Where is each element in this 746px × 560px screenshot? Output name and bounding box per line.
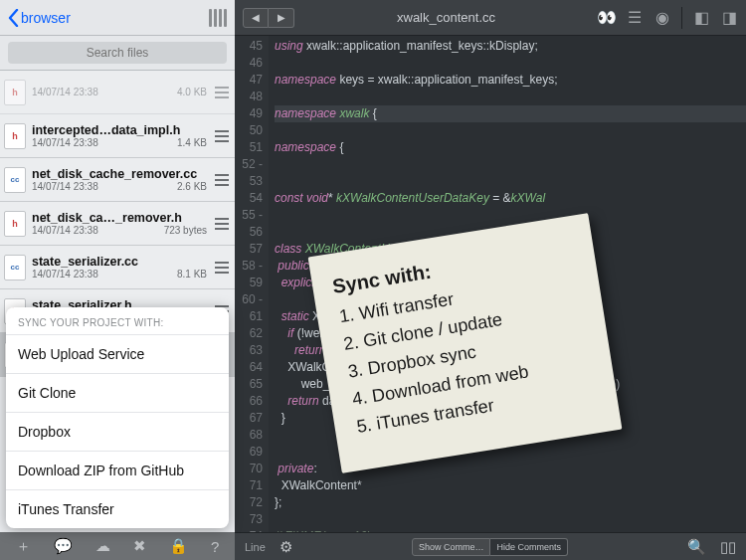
back-button[interactable]: browser xyxy=(8,9,71,27)
code-line[interactable] xyxy=(275,55,746,72)
file-name: net_disk_cache_remover.cc xyxy=(32,167,207,181)
sync-header: SYNC YOUR PROJECT WITH: xyxy=(6,307,229,334)
file-size: 723 bytes xyxy=(164,225,207,236)
add-icon[interactable]: ＋ xyxy=(16,537,31,556)
sync-option[interactable]: Web Upload Service xyxy=(6,334,229,373)
line-number: 45 xyxy=(235,38,263,55)
line-number: 70 xyxy=(235,461,263,477)
menu-icon[interactable] xyxy=(213,218,229,230)
chat-icon[interactable]: 💬 xyxy=(54,537,73,555)
file-date: 14/07/14 23:38 xyxy=(32,137,98,148)
panel-right-icon[interactable]: ◨ xyxy=(720,9,738,27)
line-number: 67 xyxy=(235,410,263,427)
code-line[interactable]: namespace { xyxy=(275,139,746,156)
line-number: 61 xyxy=(235,308,263,325)
note-list: Wifi transferGit clone / updateDropbox s… xyxy=(335,267,598,442)
browser-nav-bar: browser xyxy=(0,0,235,36)
search-icon[interactable]: 🔍 xyxy=(687,538,706,556)
file-type-icon: cc xyxy=(4,167,26,193)
file-row[interactable]: h intercepted…data_impl.h 14/07/14 23:38… xyxy=(0,114,235,158)
line-number: 68 xyxy=(235,427,263,444)
file-size: 2.6 KB xyxy=(177,181,207,192)
list-icon[interactable]: ☰ xyxy=(626,9,644,27)
file-row[interactable]: cc net_disk_cache_remover.cc 14/07/14 23… xyxy=(0,158,235,202)
code-line[interactable] xyxy=(275,207,746,224)
hide-comments-button[interactable]: Hide Comments xyxy=(490,538,568,556)
line-number: 65 xyxy=(235,376,263,393)
search-input[interactable] xyxy=(8,42,227,64)
history-nav: ◀ ▶ xyxy=(243,8,294,28)
editor-bottom-bar: Line ⚙ Show Comme… Hide Comments 🔍 ▯▯ xyxy=(235,532,746,560)
menu-icon[interactable] xyxy=(213,130,229,142)
file-size: 1.4 KB xyxy=(177,137,207,148)
line-number: 53 xyxy=(235,173,263,190)
file-row[interactable]: cc state_serializer.cc 14/07/14 23:388.1… xyxy=(0,246,235,289)
lock-icon[interactable]: 🔒 xyxy=(169,537,188,555)
line-number: 72 xyxy=(235,494,263,511)
history-forward-button[interactable]: ▶ xyxy=(269,8,294,28)
code-line[interactable]: // FIXME(wang16): xyxy=(275,528,746,532)
file-name: net_disk_ca…_remover.h xyxy=(32,211,207,225)
line-number: 55 - xyxy=(235,207,263,224)
file-date: 14/07/14 23:38 xyxy=(32,225,98,236)
help-icon[interactable]: ? xyxy=(211,538,219,555)
code-line[interactable]: const void* kXWalkContentUserDataKey = &… xyxy=(275,190,746,207)
editor-filename: xwalk_content.cc xyxy=(304,10,588,25)
line-number: 49 xyxy=(235,105,263,122)
cloud-icon[interactable]: ☁ xyxy=(95,537,110,555)
line-number: 48 xyxy=(235,89,263,105)
code-line[interactable]: using xwalk::application_manifest_keys::… xyxy=(275,38,746,55)
code-line[interactable] xyxy=(275,89,746,105)
annotation-note: Sync with: Wifi transferGit clone / upda… xyxy=(308,213,623,473)
code-line[interactable]: namespace xwalk { xyxy=(275,105,746,122)
file-type-icon: cc xyxy=(4,255,26,280)
line-number: 64 xyxy=(235,359,263,376)
tag-icon[interactable]: ◉ xyxy=(653,9,671,27)
history-back-button[interactable]: ◀ xyxy=(243,8,269,28)
line-number: 56 xyxy=(235,224,263,241)
menu-icon[interactable] xyxy=(213,87,229,98)
line-gutter: 4546474849505152 -535455 -565758 -5960 -… xyxy=(235,36,269,532)
line-number: 62 xyxy=(235,325,263,342)
show-comments-button[interactable]: Show Comme… xyxy=(412,538,491,556)
line-number: 74 xyxy=(235,528,263,532)
code-line[interactable]: XWalkContent* xyxy=(275,477,746,494)
line-number: 58 - xyxy=(235,258,263,275)
line-number: 47 xyxy=(235,72,263,89)
book-icon[interactable]: ▯▯ xyxy=(720,538,736,556)
line-label: Line xyxy=(245,541,266,553)
column-view-icon[interactable] xyxy=(209,9,227,27)
line-number: 46 xyxy=(235,55,263,72)
settings-icon[interactable]: ⚙ xyxy=(280,538,292,556)
panel-left-icon[interactable]: ◧ xyxy=(692,9,710,27)
menu-icon[interactable] xyxy=(213,174,229,186)
code-line[interactable]: namespace keys = xwalk::application_mani… xyxy=(275,72,746,89)
line-number: 59 xyxy=(235,275,263,291)
line-number: 51 xyxy=(235,139,263,156)
menu-icon[interactable] xyxy=(213,262,229,274)
code-line[interactable] xyxy=(275,156,746,173)
code-line[interactable] xyxy=(275,173,746,190)
find-icon[interactable]: 👀 xyxy=(598,9,616,27)
file-row[interactable]: h net_disk_ca…_remover.h 14/07/14 23:387… xyxy=(0,202,235,246)
sync-option[interactable]: iTunes Transfer xyxy=(6,489,229,528)
line-number: 57 xyxy=(235,241,263,258)
line-number: 60 - xyxy=(235,291,263,308)
file-row[interactable]: h 14/07/14 23:384.0 KB xyxy=(0,71,235,114)
file-name: state_serializer.cc xyxy=(32,255,207,269)
comments-toggle[interactable]: Show Comme… Hide Comments xyxy=(412,538,568,556)
search-wrap xyxy=(0,36,235,71)
sync-option[interactable]: Git Clone xyxy=(6,373,229,412)
file-type-icon: h xyxy=(4,123,26,149)
line-number: 54 xyxy=(235,190,263,207)
sync-option[interactable]: Dropbox xyxy=(6,412,229,451)
code-line[interactable]: }; xyxy=(275,494,746,511)
file-date: 14/07/14 23:38 xyxy=(32,181,98,192)
line-number: 66 xyxy=(235,393,263,410)
sync-option[interactable]: Download ZIP from GitHub xyxy=(6,451,229,489)
browser-toolbar: ＋ 💬 ☁ ✖ 🔒 ? xyxy=(0,532,235,560)
sync-popup: SYNC YOUR PROJECT WITH: Web Upload Servi… xyxy=(6,307,229,528)
code-line[interactable] xyxy=(275,122,746,139)
code-line[interactable] xyxy=(275,511,746,528)
tools-icon[interactable]: ✖ xyxy=(133,537,146,555)
